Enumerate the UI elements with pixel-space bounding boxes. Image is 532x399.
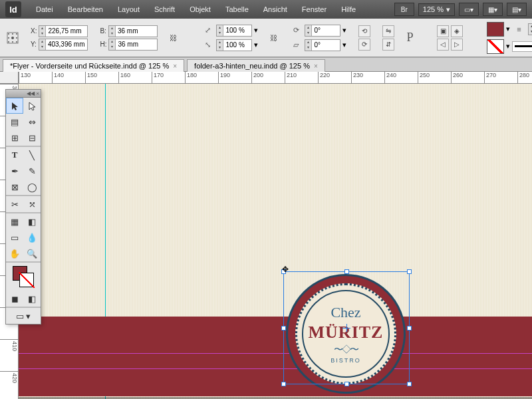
eyedropper-tool[interactable]: 💧 xyxy=(23,229,41,245)
tab-flyer[interactable]: *Flyer - Vorderseite und Rückseite.indd … xyxy=(3,59,184,72)
svg-point-6 xyxy=(16,37,17,39)
red-band xyxy=(19,317,532,396)
toolbox[interactable]: ◀◀× ▤ ⇔ ⊞ ⊟ T ╲ ✒ ✎ ⊠ ◯ ✂ ⤱ ▦ ◧ ▭ 💧 ✋ 🔍 xyxy=(5,89,41,325)
content-placer-tool[interactable]: ⊟ xyxy=(23,130,41,146)
fill-stroke-proxy[interactable] xyxy=(6,263,41,291)
scale-x-icon: ⤢ xyxy=(201,24,214,37)
y-field[interactable]: ▴▾ xyxy=(39,39,88,51)
select-content-button[interactable]: ◈ xyxy=(451,25,463,37)
menu-ansicht[interactable]: Ansicht xyxy=(257,3,294,16)
rotate-ccw-button[interactable]: ⟲ xyxy=(358,25,370,37)
arrange-button[interactable]: ▦▾ xyxy=(483,3,503,16)
svg-point-8 xyxy=(12,41,13,43)
stroke-weight-field[interactable]: ▴▾ xyxy=(528,23,532,35)
ellipse-frame-tool[interactable]: ◯ xyxy=(23,179,41,195)
bridge-button[interactable]: Br xyxy=(394,3,414,16)
select-prev-button[interactable]: ◁ xyxy=(437,39,449,51)
view-mode-toggle[interactable]: ▭ ▾ xyxy=(6,308,41,324)
pen-tool[interactable]: ✒ xyxy=(6,163,23,179)
menu-bearbeiten[interactable]: Bearbeiten xyxy=(61,3,110,16)
x-field[interactable]: ▴▾ xyxy=(39,25,88,37)
p-icon[interactable]: P xyxy=(406,31,413,45)
scale-y-field[interactable]: ▴▾ xyxy=(216,39,252,51)
svg-point-1 xyxy=(8,33,9,35)
svg-point-4 xyxy=(8,37,9,39)
flip-v-button[interactable]: ⇵ xyxy=(382,39,394,51)
close-icon[interactable]: × xyxy=(173,63,177,70)
tab-folder-a3[interactable]: folder-a3-hinten_neu.indd @ 125 %× xyxy=(187,59,325,72)
menu-tabelle[interactable]: Tabelle xyxy=(219,3,255,16)
pencil-tool[interactable]: ✎ xyxy=(23,163,41,179)
menu-hilfe[interactable]: Hilfe xyxy=(334,3,362,16)
direct-selection-tool[interactable] xyxy=(23,98,41,114)
chevron-down-icon: ▾ xyxy=(446,5,450,14)
gradient-feather-tool[interactable]: ◧ xyxy=(23,213,41,229)
menubar: Id Datei Bearbeiten Layout Schrift Objek… xyxy=(0,0,532,19)
canvas[interactable]: Chez MÜRITZ 〜◇〜 BISTRO ✥ xyxy=(19,84,532,399)
w-field[interactable]: ▴▾ xyxy=(108,25,158,37)
guide-horizontal[interactable] xyxy=(19,353,532,354)
rotate-field[interactable]: ▴▾ xyxy=(305,25,340,37)
rotate-icon: ⟳ xyxy=(289,24,303,37)
scale-x-field[interactable]: ▴▾ xyxy=(216,25,252,37)
menu-fenster[interactable]: Fenster xyxy=(295,3,333,16)
rectangle-frame-tool[interactable]: ⊠ xyxy=(6,179,23,195)
hand-tool[interactable]: ✋ xyxy=(6,245,23,261)
shear-icon: ▱ xyxy=(289,39,303,52)
menu-schrift[interactable]: Schrift xyxy=(148,3,182,16)
zoom-tool[interactable]: 🔍 xyxy=(23,245,41,261)
svg-point-3 xyxy=(16,33,17,35)
h-field[interactable]: ▴▾ xyxy=(108,39,158,51)
content-collector-tool[interactable]: ⊞ xyxy=(6,130,23,146)
menu-layout[interactable]: Layout xyxy=(111,3,146,16)
svg-point-5 xyxy=(11,37,14,39)
stroke-swatch[interactable] xyxy=(487,39,504,54)
ruler-horizontal[interactable]: 1301401501601701801902002102202302402502… xyxy=(19,72,532,84)
menu-objekt[interactable]: Objekt xyxy=(183,3,217,16)
fill-swatch[interactable] xyxy=(487,22,504,37)
shear-field[interactable]: ▴▾ xyxy=(305,39,340,51)
view-mode-button[interactable]: ▭▾ xyxy=(459,3,479,16)
control-bar: X:▴▾ Y:▴▾ B:▴▾ H:▴▾ ⛓ ⤢▴▾▾ ⤡▴▾▾ ⛓ ⟳▴▾▾ ▱… xyxy=(0,19,532,57)
svg-point-9 xyxy=(16,41,17,43)
app-logo: Id xyxy=(5,1,21,17)
rotate-cw-button[interactable]: ⟳ xyxy=(358,39,370,51)
gradient-swatch-tool[interactable]: ▦ xyxy=(6,213,23,229)
document-tabs: *Flyer - Vorderseite und Rückseite.indd … xyxy=(0,57,532,72)
close-icon[interactable]: × xyxy=(36,90,39,96)
page-tool[interactable]: ▤ xyxy=(6,114,23,130)
selection-tool[interactable] xyxy=(6,98,23,114)
free-transform-tool[interactable]: ⤱ xyxy=(23,196,41,212)
x-label: X: xyxy=(31,27,37,35)
scissors-tool[interactable]: ✂ xyxy=(6,196,23,212)
apply-gradient-button[interactable]: ◧ xyxy=(23,291,41,307)
work-area: 1301401501601701801902002102202302402502… xyxy=(0,72,532,399)
note-tool[interactable]: ▭ xyxy=(6,229,23,245)
zoom-dropdown[interactable]: 125 %▾ xyxy=(418,3,455,16)
workspace-button[interactable]: ▤▾ xyxy=(507,3,527,16)
close-icon[interactable]: × xyxy=(314,63,318,70)
flip-h-button[interactable]: ⇋ xyxy=(382,25,394,37)
reference-point-icon[interactable] xyxy=(7,31,19,45)
h-label: H: xyxy=(100,41,106,48)
constrain-scale-icon[interactable]: ⛓ xyxy=(270,31,277,45)
selection-box[interactable] xyxy=(283,271,410,384)
guide-horizontal[interactable] xyxy=(19,368,532,369)
gap-tool[interactable]: ⇔ xyxy=(23,114,41,130)
menu-datei[interactable]: Datei xyxy=(29,3,60,16)
svg-point-7 xyxy=(8,41,9,43)
stroke-style-dropdown[interactable] xyxy=(512,41,532,52)
ruler-origin[interactable] xyxy=(0,72,19,84)
line-tool[interactable]: ╲ xyxy=(23,147,41,163)
toolbox-header[interactable]: ◀◀× xyxy=(6,90,41,98)
svg-point-2 xyxy=(12,33,13,35)
type-tool[interactable]: T xyxy=(6,147,23,163)
apply-color-button[interactable]: ◼ xyxy=(6,291,23,307)
y-label: Y: xyxy=(31,41,37,48)
select-container-button[interactable]: ▣ xyxy=(437,25,449,37)
scale-y-icon: ⤡ xyxy=(201,39,214,52)
w-label: B: xyxy=(100,27,106,35)
move-cursor-icon: ✥ xyxy=(282,265,289,274)
constrain-wh-icon[interactable]: ⛓ xyxy=(170,31,177,45)
select-next-button[interactable]: ▷ xyxy=(451,39,463,51)
